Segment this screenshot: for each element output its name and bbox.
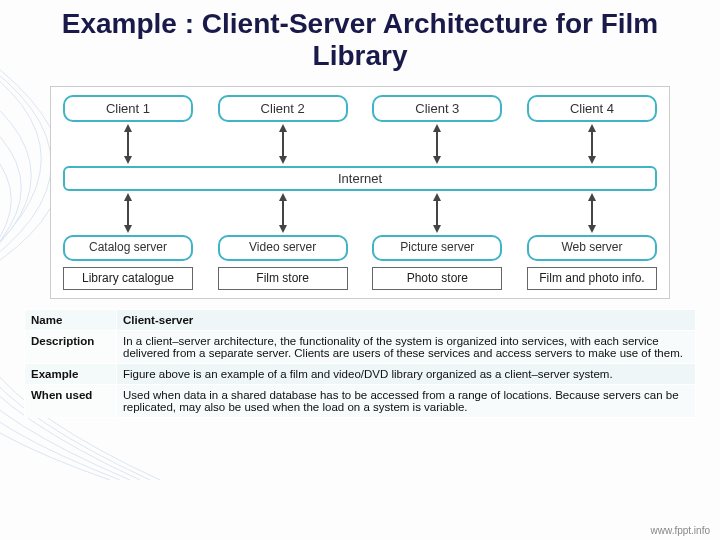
server-box: Video server (218, 235, 348, 260)
internet-row: Internet (63, 166, 657, 191)
row-label: Example (25, 363, 117, 384)
server-box: Catalog server (63, 235, 193, 260)
double-arrow-icon (430, 122, 444, 166)
row-label: When used (25, 384, 117, 417)
store-row: Library catalogue Film store Photo store… (63, 267, 657, 290)
table-row: Name Client-server (25, 309, 696, 330)
store-box: Photo store (372, 267, 502, 290)
arrow-row-top (63, 122, 657, 166)
architecture-diagram: Client 1 Client 2 Client 3 Client 4 Inte… (50, 86, 670, 298)
double-arrow-icon (121, 191, 135, 235)
table-row: Description In a client–server architect… (25, 330, 696, 363)
store-box: Film store (218, 267, 348, 290)
double-arrow-icon (121, 122, 135, 166)
row-text: Figure above is an example of a film and… (117, 363, 696, 384)
internet-box: Internet (63, 166, 657, 191)
double-arrow-icon (276, 122, 290, 166)
client-box: Client 3 (372, 95, 502, 122)
description-table: Name Client-server Description In a clie… (24, 309, 696, 418)
client-box: Client 2 (218, 95, 348, 122)
row-text: Used when data in a shared database has … (117, 384, 696, 417)
double-arrow-icon (430, 191, 444, 235)
arrow-row-bottom (63, 191, 657, 235)
row-label: Name (25, 309, 117, 330)
page-title: Example : Client-Server Architecture for… (24, 8, 696, 72)
row-label: Description (25, 330, 117, 363)
server-row: Catalog server Video server Picture serv… (63, 235, 657, 260)
server-box: Web server (527, 235, 657, 260)
client-row: Client 1 Client 2 Client 3 Client 4 (63, 95, 657, 122)
row-text: In a client–server architecture, the fun… (117, 330, 696, 363)
store-box: Library catalogue (63, 267, 193, 290)
row-text: Client-server (117, 309, 696, 330)
double-arrow-icon (585, 122, 599, 166)
client-box: Client 1 (63, 95, 193, 122)
double-arrow-icon (276, 191, 290, 235)
double-arrow-icon (585, 191, 599, 235)
client-box: Client 4 (527, 95, 657, 122)
table-row: Example Figure above is an example of a … (25, 363, 696, 384)
footer-link: www.fppt.info (651, 525, 710, 536)
store-box: Film and photo info. (527, 267, 657, 290)
server-box: Picture server (372, 235, 502, 260)
table-row: When used Used when data in a shared dat… (25, 384, 696, 417)
